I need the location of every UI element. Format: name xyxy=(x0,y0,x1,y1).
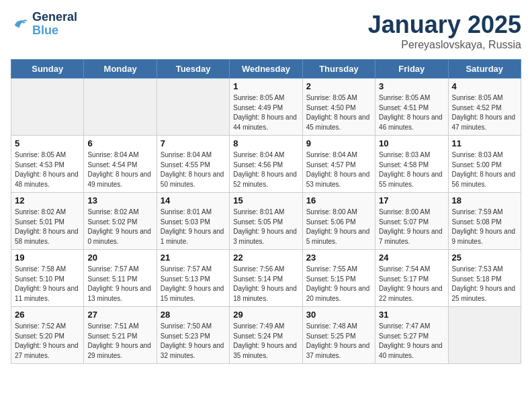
calendar-cell: 4Sunrise: 8:05 AMSunset: 4:52 PMDaylight… xyxy=(448,79,521,136)
day-number: 27 xyxy=(87,310,152,320)
day-info: Sunrise: 7:59 AMSunset: 5:08 PMDaylight:… xyxy=(452,208,517,246)
day-info: Sunrise: 7:49 AMSunset: 5:24 PMDaylight:… xyxy=(233,322,298,361)
calendar-cell: 30Sunrise: 7:48 AMSunset: 5:25 PMDayligh… xyxy=(302,307,375,364)
calendar-cell xyxy=(157,79,229,136)
calendar-cell: 13Sunrise: 8:02 AMSunset: 5:02 PMDayligh… xyxy=(84,193,157,250)
calendar-subtitle: Pereyaslovskaya, Russia xyxy=(368,39,521,51)
day-number: 11 xyxy=(452,138,517,148)
day-info: Sunrise: 7:54 AMSunset: 5:17 PMDaylight:… xyxy=(379,265,444,304)
calendar-cell: 7Sunrise: 8:04 AMSunset: 4:55 PMDaylight… xyxy=(157,136,229,193)
calendar-week-row: 19Sunrise: 7:58 AMSunset: 5:10 PMDayligh… xyxy=(11,250,521,307)
calendar-cell: 19Sunrise: 7:58 AMSunset: 5:10 PMDayligh… xyxy=(11,250,84,307)
calendar-cell: 21Sunrise: 7:57 AMSunset: 5:13 PMDayligh… xyxy=(157,250,229,307)
day-info: Sunrise: 8:05 AMSunset: 4:53 PMDaylight:… xyxy=(15,150,80,189)
calendar-cell: 9Sunrise: 8:04 AMSunset: 4:57 PMDaylight… xyxy=(302,136,375,193)
day-number: 26 xyxy=(15,310,80,320)
day-info: Sunrise: 8:01 AMSunset: 5:03 PMDaylight:… xyxy=(161,208,226,246)
day-number: 5 xyxy=(15,138,80,148)
calendar-cell: 3Sunrise: 8:05 AMSunset: 4:51 PMDaylight… xyxy=(375,79,448,136)
day-info: Sunrise: 7:57 AMSunset: 5:11 PMDaylight:… xyxy=(87,265,152,304)
day-number: 6 xyxy=(87,138,152,148)
day-number: 10 xyxy=(379,138,444,148)
day-info: Sunrise: 7:51 AMSunset: 5:21 PMDaylight:… xyxy=(87,322,152,361)
day-number: 1 xyxy=(233,81,298,91)
day-info: Sunrise: 7:47 AMSunset: 5:27 PMDaylight:… xyxy=(379,322,444,361)
day-number: 29 xyxy=(233,310,298,320)
calendar-cell: 14Sunrise: 8:01 AMSunset: 5:03 PMDayligh… xyxy=(157,193,229,250)
logo: General Blue xyxy=(11,11,77,38)
title-block: January 2025 Pereyaslovskaya, Russia xyxy=(368,11,521,51)
day-info: Sunrise: 7:53 AMSunset: 5:18 PMDaylight:… xyxy=(452,265,517,304)
day-number: 22 xyxy=(233,253,298,263)
calendar-cell: 16Sunrise: 8:00 AMSunset: 5:06 PMDayligh… xyxy=(302,193,375,250)
calendar-body: 1Sunrise: 8:05 AMSunset: 4:49 PMDaylight… xyxy=(11,79,521,364)
day-number: 2 xyxy=(306,81,371,91)
calendar-cell: 27Sunrise: 7:51 AMSunset: 5:21 PMDayligh… xyxy=(84,307,157,364)
weekday-row: SundayMondayTuesdayWednesdayThursdayFrid… xyxy=(11,60,521,79)
calendar-week-row: 12Sunrise: 8:02 AMSunset: 5:01 PMDayligh… xyxy=(11,193,521,250)
page-header: General Blue January 2025 Pereyaslovskay… xyxy=(11,11,521,51)
day-info: Sunrise: 8:00 AMSunset: 5:06 PMDaylight:… xyxy=(306,208,371,246)
calendar-cell: 25Sunrise: 7:53 AMSunset: 5:18 PMDayligh… xyxy=(448,250,521,307)
day-info: Sunrise: 7:58 AMSunset: 5:10 PMDaylight:… xyxy=(15,265,80,304)
calendar-cell xyxy=(11,79,84,136)
day-info: Sunrise: 7:57 AMSunset: 5:13 PMDaylight:… xyxy=(161,265,226,304)
day-number: 15 xyxy=(233,195,298,205)
logo-line1: General xyxy=(32,11,77,24)
calendar-header: SundayMondayTuesdayWednesdayThursdayFrid… xyxy=(11,60,521,79)
day-number: 3 xyxy=(379,81,444,91)
day-number: 9 xyxy=(306,138,371,148)
weekday-header: Tuesday xyxy=(157,60,229,79)
day-number: 12 xyxy=(15,195,80,205)
day-number: 18 xyxy=(452,195,517,205)
calendar-title: January 2025 xyxy=(368,11,521,39)
logo-line2: Blue xyxy=(32,24,77,38)
day-info: Sunrise: 8:04 AMSunset: 4:57 PMDaylight:… xyxy=(306,150,371,189)
calendar-cell: 2Sunrise: 8:05 AMSunset: 4:50 PMDaylight… xyxy=(302,79,375,136)
day-info: Sunrise: 8:04 AMSunset: 4:56 PMDaylight:… xyxy=(233,150,298,189)
day-info: Sunrise: 8:02 AMSunset: 5:02 PMDaylight:… xyxy=(87,208,152,246)
day-number: 21 xyxy=(161,253,226,263)
day-info: Sunrise: 7:50 AMSunset: 5:23 PMDaylight:… xyxy=(161,322,226,361)
day-info: Sunrise: 8:03 AMSunset: 5:00 PMDaylight:… xyxy=(452,150,517,189)
day-info: Sunrise: 8:05 AMSunset: 4:49 PMDaylight:… xyxy=(233,93,298,132)
calendar-cell xyxy=(84,79,157,136)
calendar-cell: 6Sunrise: 8:04 AMSunset: 4:54 PMDaylight… xyxy=(84,136,157,193)
calendar-week-row: 1Sunrise: 8:05 AMSunset: 4:49 PMDaylight… xyxy=(11,79,521,136)
day-info: Sunrise: 7:52 AMSunset: 5:20 PMDaylight:… xyxy=(15,322,80,361)
day-number: 14 xyxy=(161,195,226,205)
day-number: 17 xyxy=(379,195,444,205)
day-info: Sunrise: 8:03 AMSunset: 4:58 PMDaylight:… xyxy=(379,150,444,189)
calendar-cell: 18Sunrise: 7:59 AMSunset: 5:08 PMDayligh… xyxy=(448,193,521,250)
day-info: Sunrise: 8:01 AMSunset: 5:05 PMDaylight:… xyxy=(233,208,298,246)
calendar-cell: 22Sunrise: 7:56 AMSunset: 5:14 PMDayligh… xyxy=(230,250,302,307)
weekday-header: Wednesday xyxy=(230,60,302,79)
calendar-cell: 12Sunrise: 8:02 AMSunset: 5:01 PMDayligh… xyxy=(11,193,84,250)
day-info: Sunrise: 8:04 AMSunset: 4:54 PMDaylight:… xyxy=(87,150,152,189)
logo-bird-icon xyxy=(11,15,30,34)
day-info: Sunrise: 8:05 AMSunset: 4:50 PMDaylight:… xyxy=(306,93,371,132)
calendar-cell: 24Sunrise: 7:54 AMSunset: 5:17 PMDayligh… xyxy=(375,250,448,307)
day-number: 20 xyxy=(87,253,152,263)
calendar-cell: 11Sunrise: 8:03 AMSunset: 5:00 PMDayligh… xyxy=(448,136,521,193)
day-number: 7 xyxy=(161,138,226,148)
calendar-cell: 10Sunrise: 8:03 AMSunset: 4:58 PMDayligh… xyxy=(375,136,448,193)
day-number: 13 xyxy=(87,195,152,205)
day-number: 28 xyxy=(161,310,226,320)
day-number: 4 xyxy=(452,81,517,91)
day-info: Sunrise: 8:05 AMSunset: 4:52 PMDaylight:… xyxy=(452,93,517,132)
day-info: Sunrise: 7:48 AMSunset: 5:25 PMDaylight:… xyxy=(306,322,371,361)
day-number: 8 xyxy=(233,138,298,148)
weekday-header: Thursday xyxy=(302,60,375,79)
day-number: 19 xyxy=(15,253,80,263)
calendar-week-row: 5Sunrise: 8:05 AMSunset: 4:53 PMDaylight… xyxy=(11,136,521,193)
calendar-cell xyxy=(448,307,521,364)
calendar-cell: 5Sunrise: 8:05 AMSunset: 4:53 PMDaylight… xyxy=(11,136,84,193)
day-info: Sunrise: 7:55 AMSunset: 5:15 PMDaylight:… xyxy=(306,265,371,304)
calendar-cell: 1Sunrise: 8:05 AMSunset: 4:49 PMDaylight… xyxy=(230,79,302,136)
day-number: 23 xyxy=(306,253,371,263)
calendar-cell: 17Sunrise: 8:00 AMSunset: 5:07 PMDayligh… xyxy=(375,193,448,250)
calendar-cell: 26Sunrise: 7:52 AMSunset: 5:20 PMDayligh… xyxy=(11,307,84,364)
weekday-header: Sunday xyxy=(11,60,84,79)
day-number: 30 xyxy=(306,310,371,320)
